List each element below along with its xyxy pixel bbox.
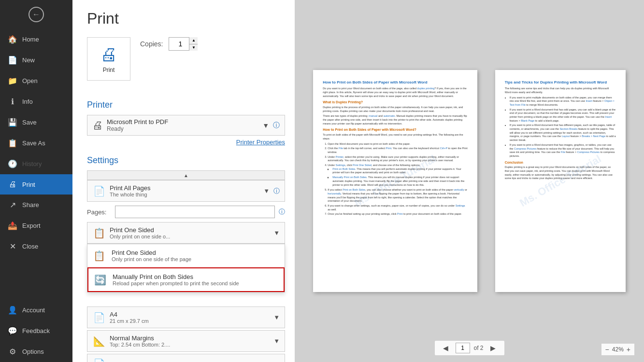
zoom-out-button[interactable]: − [605,346,609,353]
print-range-dropdown[interactable]: ▼ [263,187,270,195]
sidebar-item-info[interactable]: ℹ Info [0,91,72,112]
zoom-in-button[interactable]: + [627,346,630,353]
sidebar-item-open[interactable]: 📁 Open [0,70,72,91]
page-number-input[interactable] [455,343,470,353]
copies-decrement[interactable]: ▼ [189,44,198,51]
sidebar-item-history[interactable]: 🕐 History [0,153,72,174]
pages-label: Pages: [87,209,111,216]
dropdown-item-manually-both[interactable]: 🔄 Manually Print on Both Sides Reload pa… [87,267,285,292]
back-button[interactable]: ← [0,0,72,29]
copies-increment[interactable]: ▲ [189,37,198,44]
history-icon: 🕐 [8,159,17,168]
sidebar-item-home[interactable]: 🏠 Home [0,29,72,50]
back-circle-icon: ← [29,7,44,22]
printer-section: Printer 🖨 Microsoft Print to PDF Ready ▼… [87,100,285,146]
feedback-icon: 💬 [8,326,17,335]
setting-print-sides[interactable]: 📋 Print One Sided Only print on one side… [87,222,285,244]
sidebar-item-account[interactable]: 👤 Account [0,300,72,320]
margins-text: Normal Margins Top: 2.54 cm Bottom: 2...… [110,334,270,348]
print-range-info[interactable]: ⓘ [273,187,280,195]
setting-print-range[interactable]: 📄 Print All Pages The whole thing ▼ ⓘ [87,180,285,202]
settings-scroll-up[interactable]: ▲ [87,170,285,180]
pages-input[interactable] [115,206,275,218]
zoom-indicator: − 42% + [601,344,634,355]
print-sides-main: Print One Sided [110,226,270,234]
prev-page-button[interactable]: ◀ [440,343,451,353]
options-icon: ⚙ [8,347,17,356]
save-as-icon: 📋 [8,139,17,148]
printer-dropdown-button[interactable]: ▼ [262,122,269,129]
sidebar-item-label: Save As [22,139,45,147]
print-btn-label: Print [103,67,115,73]
dropdown-item-one-sided[interactable]: 📋 Print One Sided Only print on one side… [87,244,285,267]
manually-both-main: Manually Print on Both Sides [113,273,278,280]
print-button[interactable]: 🖨 Print [87,37,130,81]
new-icon: 📄 [8,56,17,65]
printer-row: 🖨 Microsoft Print to PDF Ready ▼ ⓘ [87,115,285,136]
sidebar-item-label: Save [22,119,37,126]
sidebar-item-label: Account [22,306,45,314]
print-range-sub: The whole thing [110,192,259,197]
one-sided-icon: 📋 [93,250,107,262]
sidebar-item-options[interactable]: ⚙ Options [0,341,72,362]
account-icon: 👤 [8,306,17,315]
one-sided-sub: Only print on one side of the page [112,256,279,262]
preview-nav: ◀ of 2 ▶ [434,341,504,355]
sidebar-item-save[interactable]: 💾 Save [0,112,72,133]
page-size-icon: 📄 [92,312,106,323]
sidebar-item-share[interactable]: ↗ Share [0,195,72,215]
page-size-sub: 21 cm x 29.7 cm [110,318,270,324]
preview-content-2: Tips and Tricks for Duplex Printing with… [495,70,626,292]
margins-dropdown[interactable]: ▼ [273,337,280,345]
per-sheet-icon: 📄 [92,358,106,362]
page-size-text: A4 21 cm x 29.7 cm [110,311,270,324]
printer-section-title: Printer [87,100,285,110]
sidebar-item-label: Export [22,222,41,229]
printer-properties-link[interactable]: Printer Properties [87,139,285,146]
zoom-level: 42% [612,346,624,353]
manually-both-sub: Reload paper when prompted to print the … [113,280,278,286]
manually-both-text: Manually Print on Both Sides Reload pape… [113,273,278,286]
per-sheet-dropdown[interactable]: ▼ [273,361,280,362]
pages-row: Pages: ⓘ [87,204,285,220]
print-range-text: Print All Pages The whole thing [110,184,259,197]
sidebar-item-close[interactable]: ✕ Close [0,236,72,257]
save-icon: 💾 [8,118,17,127]
page-size-dropdown[interactable]: ▼ [273,314,280,321]
next-page-button[interactable]: ▶ [487,343,499,353]
sidebar-item-label: Feedback [22,327,50,334]
preview-content-1: How to Print on Both Sides of Paper with… [313,70,477,292]
printer-name: Microsoft Print to PDF [107,118,258,125]
print-sides-text: Print One Sided Only print on one side o… [110,226,270,239]
page-title: Print [87,10,285,28]
setting-per-sheet[interactable]: 📄 1 Page Per Sheet ▼ [87,354,285,362]
printer-status: Ready [107,125,258,132]
sidebar-item-feedback[interactable]: 💬 Feedback [0,320,72,341]
preview-page-2: Ms. Office Tutorial Tips and Tricks for … [495,70,626,292]
share-icon: ↗ [8,200,17,209]
sidebar-item-save-as[interactable]: 📋 Save As [0,133,72,153]
sidebar-item-export[interactable]: 📤 Export [0,215,72,236]
settings-section-title: Settings [87,155,285,166]
margins-main: Normal Margins [110,334,270,342]
page-of-total: of 2 [473,345,483,351]
sidebar-item-print[interactable]: 🖨 Print [0,174,72,195]
copies-spinner: ▲ ▼ [189,37,198,51]
sidebar-item-new[interactable]: 📄 New [0,50,72,70]
setting-page-size[interactable]: 📄 A4 21 cm x 29.7 cm ▼ [87,306,285,328]
sidebar: ← 🏠 Home 📄 New 📁 Open ℹ Info 💾 Save 📋 Sa… [0,0,72,362]
printer-info-icon[interactable]: ⓘ [273,121,280,130]
margins-sub: Top: 2.54 cm Bottom: 2.... [110,342,270,348]
printer-icon: 🖨 [100,44,117,65]
page-size-main: A4 [110,311,270,318]
setting-margins[interactable]: 📐 Normal Margins Top: 2.54 cm Bottom: 2.… [87,330,285,352]
print-sides-icon: 📋 [92,227,106,239]
preview-heading-2: Tips and Tricks for Duplex Printing with… [505,80,616,85]
info-icon: ℹ [8,97,17,106]
sidebar-item-label: Options [22,348,44,355]
pages-info[interactable]: ⓘ [279,208,285,216]
sidebar-item-label: New [22,56,35,64]
margins-icon: 📐 [92,335,106,347]
printer-info: Microsoft Print to PDF Ready [107,118,258,132]
print-sides-dropdown[interactable]: ▼ [273,229,280,237]
